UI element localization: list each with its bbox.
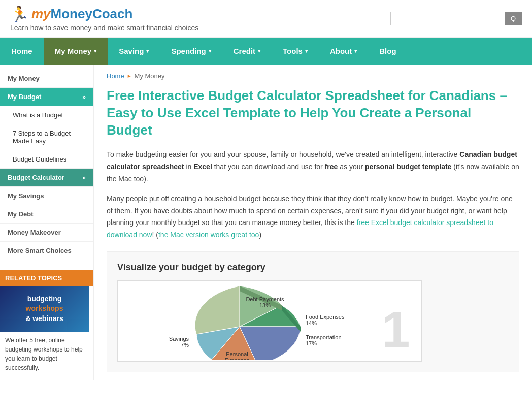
label-food: Food Expenses xyxy=(306,314,345,320)
sidebar-item-my-debt[interactable]: My Debt xyxy=(0,205,93,224)
mac-link[interactable]: the Mac version works great too xyxy=(158,231,259,239)
related-topics: RELATED TOPICS budgetingworkshops& webin… xyxy=(0,270,93,376)
label-food-pct: 14% xyxy=(306,320,317,326)
viz-section: Visualize your budget by category xyxy=(107,251,519,372)
sidebar-label: My Budget xyxy=(8,93,41,101)
label-transport: Transportation xyxy=(306,334,342,340)
sidebar-item-my-money[interactable]: My Money xyxy=(0,70,93,88)
breadcrumb-separator: ► xyxy=(127,73,132,79)
nav-item-spending[interactable]: Spending ▾ xyxy=(160,38,222,65)
sidebar-label: Budget Calculator xyxy=(8,174,64,181)
label-debt: Debt Payments xyxy=(246,296,284,302)
search-area: Q xyxy=(390,12,522,25)
sidebar: My Money My Budget » What is a Budget 7 … xyxy=(0,65,94,380)
main-nav: Home My Money ▾ Saving ▾ Spending ▾ Cred… xyxy=(0,38,532,65)
sidebar-item-what-is-budget[interactable]: What is a Budget xyxy=(0,106,93,124)
nav-item-credit[interactable]: Credit ▾ xyxy=(222,38,272,65)
chevron-down-icon: ▾ xyxy=(258,48,260,54)
nav-item-about[interactable]: About ▾ xyxy=(319,38,368,65)
sidebar-item-my-budget[interactable]: My Budget » xyxy=(0,88,93,106)
viz-title: Visualize your budget by category xyxy=(117,262,509,273)
chevron-right-icon: » xyxy=(82,93,86,101)
logo-area: 🏃 myMoneyCoach Learn how to save money a… xyxy=(10,5,198,32)
sidebar-item-budget-guidelines[interactable]: Budget Guidelines xyxy=(0,150,93,169)
breadcrumb-home[interactable]: Home xyxy=(107,72,124,80)
logo-money-text: Money xyxy=(51,6,92,22)
pie-chart-svg: Debt Payments 13% Food Expenses 14% Tran… xyxy=(118,281,412,360)
logo-icon: 🏃 xyxy=(10,5,29,23)
body-paragraph-2: Many people put off creating a household… xyxy=(107,193,519,241)
chevron-down-icon: ▾ xyxy=(94,48,96,54)
chevron-down-icon: ▾ xyxy=(354,48,357,54)
nav-item-saving[interactable]: Saving ▾ xyxy=(108,38,160,65)
nav-item-blog[interactable]: Blog xyxy=(368,38,407,65)
page-title: Free Interactive Budget Calculator Sprea… xyxy=(107,87,519,139)
sidebar-item-budget-calculator[interactable]: Budget Calculator » xyxy=(0,169,93,187)
nav-item-my-money[interactable]: My Money ▾ xyxy=(44,38,108,65)
search-button[interactable]: Q xyxy=(505,12,522,25)
chart-number: 1 xyxy=(382,301,410,358)
chevron-right-icon: » xyxy=(82,174,86,181)
related-image[interactable]: budgetingworkshops& webinars xyxy=(0,286,89,332)
label-personal-sub: Expenses xyxy=(225,357,250,360)
related-topics-title: RELATED TOPICS xyxy=(0,270,93,286)
chevron-down-icon: ▾ xyxy=(209,48,211,54)
bold-text-2: Excel xyxy=(193,163,212,171)
sidebar-item-my-savings[interactable]: My Savings xyxy=(0,187,93,205)
label-savings: Savings xyxy=(169,336,189,342)
chevron-down-icon: ▾ xyxy=(146,48,149,54)
label-savings-pct: 7% xyxy=(181,342,189,348)
sidebar-item-money-makeover[interactable]: Money Makeover xyxy=(0,224,93,242)
pie-chart: Debt Payments 13% Food Expenses 14% Tran… xyxy=(117,280,422,362)
bold-text-3: free xyxy=(325,163,338,171)
bold-text-4: personal budget template xyxy=(365,163,451,171)
label-debt-pct: 13% xyxy=(259,302,271,308)
nav-item-home[interactable]: Home xyxy=(0,38,44,65)
header: 🏃 myMoneyCoach Learn how to save money a… xyxy=(0,0,532,38)
related-desc: We offer 5 free, online budgeting worksh… xyxy=(0,332,93,376)
breadcrumb: Home ► My Money xyxy=(107,72,519,80)
bold-text-1: Canadian budget calculator spreadsheet xyxy=(107,150,517,171)
tagline: Learn how to save money and make smart f… xyxy=(10,24,198,32)
logo[interactable]: 🏃 myMoneyCoach xyxy=(10,5,198,23)
chevron-down-icon: ▾ xyxy=(305,48,308,54)
main-layout: My Money My Budget » What is a Budget 7 … xyxy=(0,65,532,380)
related-image-text: budgetingworkshops& webinars xyxy=(25,294,63,324)
logo-my: my xyxy=(31,6,51,22)
sidebar-item-more-smart-choices[interactable]: More Smart Choices xyxy=(0,242,93,260)
sidebar-item-7-steps[interactable]: 7 Steps to a Budget Made Easy xyxy=(0,124,93,150)
nav-item-tools[interactable]: Tools ▾ xyxy=(272,38,319,65)
body-paragraph-1: To make budgeting easier for you and you… xyxy=(107,149,519,185)
label-transport-pct: 17% xyxy=(306,340,317,346)
main-content: Home ► My Money Free Interactive Budget … xyxy=(94,65,532,380)
search-input[interactable] xyxy=(390,12,502,25)
breadcrumb-current: My Money xyxy=(135,72,165,80)
logo-coach-text: Coach xyxy=(92,6,132,22)
label-personal: Personal xyxy=(226,351,248,357)
